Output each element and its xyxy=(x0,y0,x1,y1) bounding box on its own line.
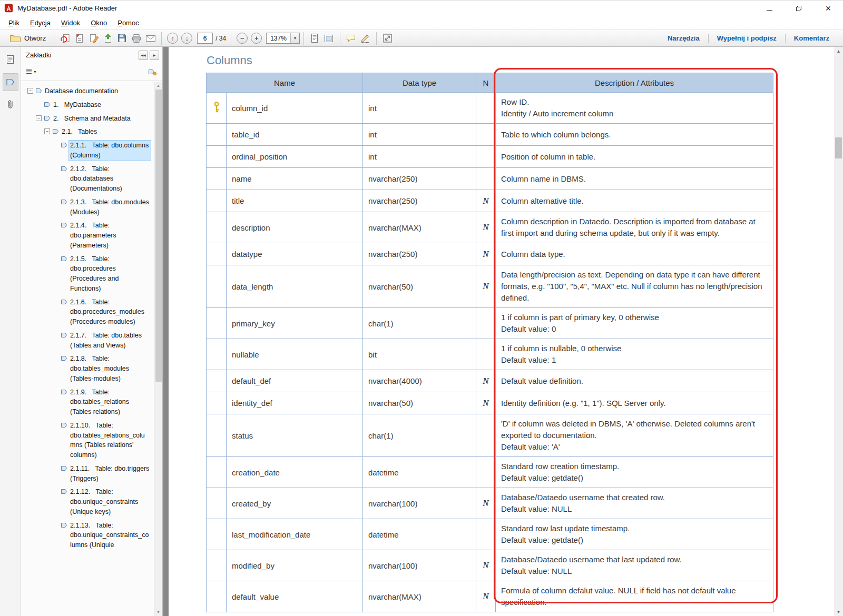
close-button[interactable]: × xyxy=(813,1,843,16)
menu-item[interactable]: Widok xyxy=(56,17,85,29)
bookmarks-panel: Zakładki ◀◀ ▶ ▼ − Database documentati xyxy=(21,47,163,616)
open-button[interactable]: Otwórz xyxy=(5,31,50,45)
header-nullable: N xyxy=(476,73,495,92)
column-name-cell: name xyxy=(226,168,362,190)
bookmarks-scrollbar[interactable]: ▲ ▼ xyxy=(154,82,162,616)
scroll-up-icon[interactable]: ▲ xyxy=(834,47,843,55)
menu-item[interactable]: Edycja xyxy=(25,17,56,29)
table-row: data_length nvarchar(50) N Data length/p… xyxy=(207,265,773,307)
bookmark-item[interactable]: − 2.1.2. Table: dbo.databases (Documenta… xyxy=(21,163,162,196)
expand-panel-button[interactable]: ▶ xyxy=(150,51,159,60)
table-row: default_def nvarchar(4000) N Default val… xyxy=(207,370,773,392)
bookmark-item[interactable]: − 2.1.6. Table: dbo.procedures_modules (… xyxy=(21,296,162,329)
scroll-up-icon[interactable]: ▲ xyxy=(154,82,162,90)
nullable-cell xyxy=(476,339,495,370)
collapse-toggle-icon[interactable]: − xyxy=(44,128,50,134)
scrolling-mode-button[interactable] xyxy=(308,31,322,45)
comment-tool-button[interactable] xyxy=(344,31,358,45)
create-pdf-button[interactable] xyxy=(72,31,86,45)
zoom-dropdown-arrow-icon[interactable]: ▼ xyxy=(290,33,299,43)
page-thumbnails-tab[interactable] xyxy=(3,51,18,69)
data-type-cell: nvarchar(50) xyxy=(362,392,476,414)
fit-page-button[interactable] xyxy=(322,31,336,45)
description-cell: 1 if column is nullable, 0 otherwise Def… xyxy=(495,339,773,370)
table-row: default_value nvarchar(MAX) N Formula of… xyxy=(207,581,773,612)
pdf-page: Columns Name Data type N Description / A… xyxy=(169,47,834,616)
paperclip-icon xyxy=(6,99,15,110)
next-page-button[interactable]: ↓ xyxy=(180,31,194,45)
bookmark-item[interactable]: − 2.1.1. Table: dbo.columns (Columns) xyxy=(21,139,162,163)
bookmark-label: Database documentation xyxy=(45,86,150,96)
data-type-cell: int xyxy=(362,93,476,123)
bookmark-icon xyxy=(61,522,67,530)
edit-button[interactable] xyxy=(86,31,101,45)
previous-page-button[interactable]: ↑ xyxy=(165,31,180,45)
restore-button[interactable] xyxy=(784,1,813,16)
collapse-panel-button[interactable]: ◀◀ xyxy=(139,51,148,60)
bookmark-item[interactable]: − 2.1.3. Table: dbo.modules (Modules) xyxy=(21,196,162,220)
scrollbar-thumb[interactable] xyxy=(155,90,162,382)
bookmark-item[interactable]: − 2.1.8. Table: dbo.tables_modules (Tabl… xyxy=(21,352,162,385)
column-name-cell: default_value xyxy=(226,581,362,612)
bookmark-item[interactable]: − 1. MyDatabase xyxy=(21,98,162,112)
bookmark-label: 2.1.2. Table: dbo.databases (Documentati… xyxy=(70,164,150,194)
toolbar-separator xyxy=(340,32,340,45)
toolbar-right-panel-buttons: Narzędzia Wypełnij i podpisz Komentarz xyxy=(659,34,838,43)
data-type-cell: int xyxy=(362,146,476,167)
scroll-down-icon[interactable]: ▼ xyxy=(154,608,162,616)
key-cell xyxy=(207,550,226,581)
nullable-cell: N xyxy=(476,392,495,414)
email-envelope-icon xyxy=(145,34,156,43)
menu-item[interactable]: Okno xyxy=(85,17,112,29)
bookmark-icon xyxy=(52,128,59,136)
menu-item[interactable]: Pomoc xyxy=(112,17,144,29)
attachments-tab[interactable] xyxy=(3,95,18,113)
bookmark-item[interactable]: − 2.1.11. Table: dbo.triggers (Triggers) xyxy=(21,462,162,486)
restore-icon xyxy=(796,5,802,12)
table-row: identity_def nvarchar(50) N Identity def… xyxy=(207,392,773,414)
bookmark-item[interactable]: − 2.1.13. Table: dbo.unique_constraints_… xyxy=(21,519,162,552)
comment-panel-button[interactable]: Komentarz xyxy=(786,34,838,42)
bookmarks-tab[interactable] xyxy=(3,73,18,91)
find-current-bookmark-button[interactable] xyxy=(148,68,157,76)
collapse-toggle-icon[interactable]: − xyxy=(36,115,42,121)
bookmark-item[interactable]: − 2.1.7. Table: dbo.tables (Tables and V… xyxy=(21,329,162,353)
page-number-input[interactable] xyxy=(197,33,213,44)
tools-panel-button[interactable]: Narzędzia xyxy=(659,34,708,42)
zoom-select[interactable]: 137% ▼ xyxy=(266,33,300,44)
bookmark-item[interactable]: − 2.1. Tables xyxy=(21,125,162,139)
key-cell xyxy=(207,457,226,488)
bookmark-item[interactable]: − 2. Schema and Metadata xyxy=(21,112,162,126)
bookmark-item[interactable]: − 2.1.9. Table: dbo.tables_relations (Ta… xyxy=(21,386,162,419)
zoom-out-button[interactable]: − xyxy=(235,31,249,45)
collapse-toggle-icon[interactable]: − xyxy=(27,88,33,94)
app-body: Zakładki ◀◀ ▶ ▼ − Database documentati xyxy=(0,47,843,616)
email-button[interactable] xyxy=(143,31,158,45)
fill-sign-panel-button[interactable]: Wypełnij i podpisz xyxy=(709,34,785,42)
key-cell xyxy=(207,93,226,123)
scrollbar-thumb[interactable] xyxy=(835,137,842,158)
bookmark-label: 2. Schema and Metadata xyxy=(53,114,150,124)
save-button[interactable] xyxy=(115,31,129,45)
document-scrollbar[interactable]: ▲ ▼ xyxy=(834,47,843,616)
header-data-type: Data type xyxy=(362,73,476,92)
minimize-button[interactable] xyxy=(754,1,784,16)
bookmarks-tree: − Database documentation − 1. MyDatabase… xyxy=(21,81,162,616)
fullscreen-button[interactable] xyxy=(380,31,395,45)
sign-tool-button[interactable] xyxy=(358,31,373,45)
menu-item[interactable]: Plik xyxy=(3,17,25,29)
description-cell: Table to which column belongs. xyxy=(495,124,773,145)
zoom-in-button[interactable]: + xyxy=(249,31,263,45)
toolbar-separator xyxy=(303,32,304,45)
bookmarks-options-button[interactable]: ▼ xyxy=(26,69,37,74)
share-button[interactable] xyxy=(101,31,115,45)
scroll-down-icon[interactable]: ▼ xyxy=(834,608,843,616)
export-pdf-button[interactable] xyxy=(58,31,72,45)
bookmark-item[interactable]: − Database documentation xyxy=(21,85,162,98)
bookmark-item[interactable]: − 2.1.10. Table: dbo.tables_relations_co… xyxy=(21,419,162,462)
toolbar-separator xyxy=(161,32,162,45)
bookmark-item[interactable]: − 2.1.5. Table: dbo.procedures (Procedur… xyxy=(21,253,162,296)
bookmark-item[interactable]: − 2.1.4. Table: dbo.parameters (Paramete… xyxy=(21,219,162,252)
bookmark-item[interactable]: − 2.1.12. Table: dbo.unique_constraints … xyxy=(21,485,162,519)
print-button[interactable] xyxy=(129,31,143,45)
